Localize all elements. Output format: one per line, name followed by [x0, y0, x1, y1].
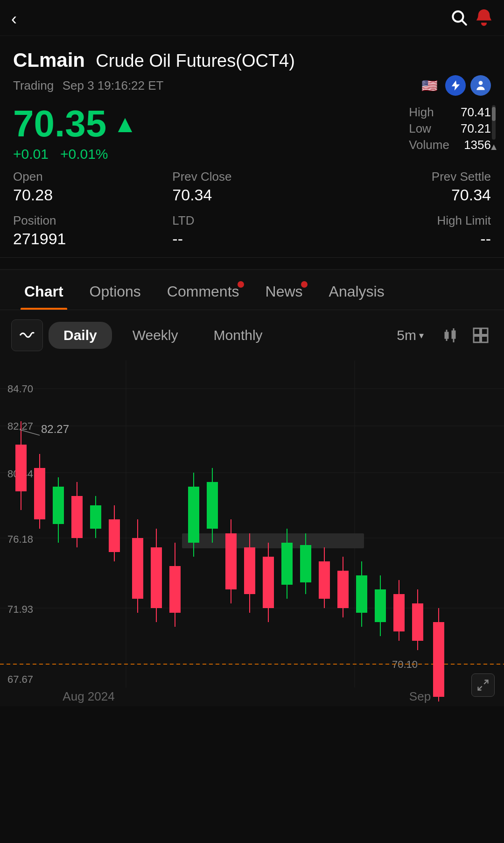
svg-rect-58: [263, 557, 274, 608]
svg-rect-50: [188, 487, 199, 543]
svg-rect-52: [207, 482, 218, 529]
price-stats-grid: High 70.41 Low 70.21 Volume 1356: [409, 105, 491, 152]
position-value: 271991: [13, 230, 172, 248]
svg-text:Sep: Sep: [409, 689, 431, 703]
svg-rect-3: [445, 333, 448, 338]
ltd-item: LTD --: [172, 213, 331, 248]
ticker-symbol: CLmain: [13, 49, 85, 71]
ticker-title: CLmain Crude Oil Futures(OCT4): [13, 49, 491, 71]
svg-rect-70: [375, 589, 386, 622]
price-value: 70.35: [13, 105, 106, 142]
price-change-display: +0.01 +0.01%: [13, 146, 137, 162]
svg-text:Aug 2024: Aug 2024: [63, 689, 114, 703]
person-icon[interactable]: [470, 75, 491, 96]
prev-settle-item: Prev Settle 70.34: [332, 170, 491, 204]
svg-rect-11: [474, 336, 480, 343]
svg-rect-62: [300, 545, 311, 582]
chevron-down-icon: ▾: [419, 330, 424, 341]
svg-rect-68: [356, 575, 367, 613]
svg-rect-72: [393, 594, 405, 631]
svg-text:71.93: 71.93: [7, 603, 33, 615]
svg-rect-12: [482, 336, 488, 343]
svg-rect-29: [182, 533, 364, 548]
svg-rect-74: [412, 603, 423, 641]
tab-options[interactable]: Options: [77, 270, 154, 310]
prev-settle-label: Prev Settle: [332, 170, 491, 184]
svg-rect-56: [244, 547, 255, 594]
ltd-label: LTD: [172, 213, 331, 228]
lightning-icon[interactable]: [445, 75, 466, 96]
current-price-display: 70.35 ▲: [13, 105, 137, 142]
tab-analysis[interactable]: Analysis: [316, 270, 398, 310]
ticker-name: Crude Oil Futures(OCT4): [96, 51, 295, 71]
position-label: Position: [13, 213, 172, 228]
svg-line-1: [462, 21, 466, 25]
svg-rect-46: [151, 547, 162, 608]
svg-text:76.18: 76.18: [7, 533, 33, 545]
svg-rect-66: [337, 571, 349, 608]
top-bar: ‹: [0, 0, 504, 36]
top-bar-right: [450, 8, 493, 30]
svg-rect-6: [452, 331, 455, 338]
news-dot: [301, 281, 308, 288]
svg-rect-40: [90, 505, 101, 529]
back-button[interactable]: ‹: [11, 11, 17, 28]
trading-info: Trading Sep 3 19:16:22 ET: [13, 78, 163, 93]
price-section: 70.35 ▲ +0.01 +0.01% High 70.41 Low 70.2…: [13, 105, 491, 162]
trading-status-row: Trading Sep 3 19:16:22 ET 🇺🇸: [13, 75, 491, 96]
svg-text:82.27: 82.27: [41, 423, 69, 435]
layout-icon[interactable]: [469, 323, 493, 347]
svg-text:84.70: 84.70: [7, 383, 33, 395]
svg-rect-36: [53, 487, 64, 524]
tab-chart[interactable]: Chart: [11, 270, 77, 310]
ltd-value: --: [172, 230, 331, 248]
svg-rect-64: [319, 561, 330, 599]
price-right-stats: High 70.41 Low 70.21 Volume 1356 ▲: [409, 105, 491, 152]
trading-label: Trading: [13, 78, 54, 92]
low-value: 70.21: [461, 121, 491, 136]
svg-rect-54: [225, 533, 237, 589]
svg-rect-76: [433, 622, 444, 697]
tabs-list: Chart Options Comments News Analysis: [11, 270, 493, 310]
chart-type-icon[interactable]: [11, 319, 43, 351]
chart-toolbar: Daily Weekly Monthly 5m ▾: [0, 310, 504, 361]
prev-close-value: 70.34: [172, 186, 331, 204]
monthly-period-button[interactable]: Monthly: [199, 322, 278, 349]
open-label: Open: [13, 170, 172, 184]
prev-settle-value: 70.34: [332, 186, 491, 204]
low-label: Low: [409, 121, 449, 136]
tab-comments[interactable]: Comments: [154, 270, 252, 310]
high-limit-label: High Limit: [332, 213, 491, 228]
interval-button[interactable]: 5m ▾: [387, 322, 433, 349]
weekly-period-button[interactable]: Weekly: [118, 322, 193, 349]
high-limit-value: --: [332, 230, 491, 248]
svg-rect-48: [169, 566, 181, 613]
svg-rect-34: [34, 468, 45, 519]
svg-rect-10: [482, 328, 488, 335]
search-icon[interactable]: [450, 8, 468, 30]
trading-time: Sep 3 19:16:22 ET: [63, 78, 164, 92]
tab-news[interactable]: News: [252, 270, 316, 310]
top-bar-left: ‹: [11, 11, 17, 28]
daily-period-button[interactable]: Daily: [49, 322, 112, 349]
high-limit-item: High Limit --: [332, 213, 491, 248]
svg-text:82.27: 82.27: [7, 420, 33, 432]
alert-icon[interactable]: [475, 8, 493, 30]
svg-rect-38: [71, 496, 83, 538]
comments-dot: [238, 281, 244, 288]
expand-chart-button[interactable]: [471, 673, 495, 697]
main-info-section: CLmain Crude Oil Futures(OCT4) Trading S…: [0, 36, 504, 258]
svg-rect-42: [109, 519, 120, 552]
chart-area: 84.70 82.27 80.44 76.18 71.93 70.10 67.6…: [0, 361, 504, 706]
svg-rect-32: [15, 445, 27, 491]
svg-point-2: [479, 81, 483, 85]
us-flag-icon: 🇺🇸: [418, 77, 441, 94]
price-left: 70.35 ▲ +0.01 +0.01%: [13, 105, 137, 162]
svg-text:67.67: 67.67: [7, 673, 33, 685]
price-up-arrow: ▲: [113, 112, 137, 136]
svg-rect-60: [281, 543, 293, 585]
details-grid: Open 70.28 Prev Close 70.34 Prev Settle …: [13, 170, 491, 248]
candlestick-icon[interactable]: [439, 323, 463, 347]
open-item: Open 70.28: [13, 170, 172, 204]
high-value: 70.41: [461, 105, 491, 120]
